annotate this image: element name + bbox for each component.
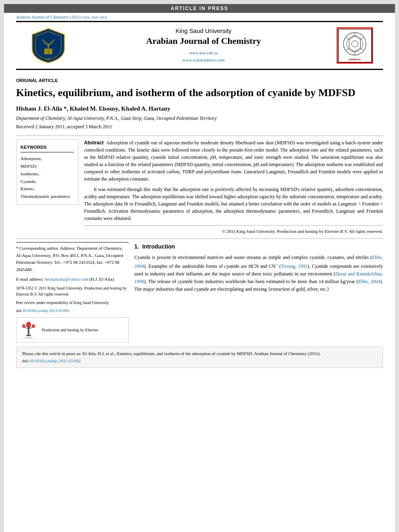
email-line: E-mail address: heshamaila@yahoo.com (H.… <box>16 276 129 283</box>
svg-rect-21 <box>26 335 31 336</box>
email-label: E-mail address: <box>16 277 44 281</box>
issn-line: 1878-5352 © 2011 King Saud University. P… <box>16 285 129 297</box>
intro-title: 1. Introduction <box>134 242 383 251</box>
ref-ebbs2004b[interactable]: Ebbs, 2004 <box>358 279 380 284</box>
cite-bar: Please cite this article in press as: El… <box>16 347 383 368</box>
article-title: Kinetics, equilibrium, and isotherm of t… <box>16 86 383 100</box>
svg-rect-18 <box>28 327 29 335</box>
authors-text: Hisham J. El-Aila *, Khaled M. Elsousy, … <box>16 105 170 112</box>
journal-urls: www.ksu.edu.sa www.sciencedirect.com <box>72 49 335 64</box>
footnote-divider <box>16 242 129 242</box>
doi-label: doi: <box>16 308 23 313</box>
svg-point-20 <box>32 324 35 328</box>
abstract-label: Abstract <box>84 140 104 146</box>
svg-text:CHEMICAL: CHEMICAL <box>348 58 361 61</box>
ref-desai1998[interactable]: Desai and Ramakrishna, 1998 <box>134 271 383 284</box>
right-column: 1. Introduction Cyanide is present in en… <box>134 242 383 343</box>
section-label: ORIGINAL ARTICLE <box>16 78 383 83</box>
journal-header: 1957 King Saud University Arabian Journa… <box>16 21 383 70</box>
email-link[interactable]: heshamaila@yahoo.com <box>45 277 88 281</box>
ref-ebbs2004[interactable]: Ebbs, 2004 <box>134 255 383 269</box>
header-center: King Saud University Arabian Journal of … <box>72 27 335 64</box>
elsevier-box: ELSEVIER Production and hosting by Elsev… <box>16 317 129 343</box>
url1[interactable]: www.ksu.edu.sa <box>72 49 335 57</box>
keywords-sidebar: KEYWORDS Adsorption; MDFSD; Isotherms; C… <box>16 139 78 205</box>
svg-text:ELSEVIER: ELSEVIER <box>25 337 33 339</box>
ksu-logo-left: 1957 <box>24 25 72 66</box>
svg-point-19 <box>22 324 25 328</box>
keyword-2: MDFSD; <box>21 162 74 170</box>
divider <box>16 136 383 136</box>
left-column: * Corresponding author. Address: Departm… <box>16 242 129 343</box>
keyword-1: Adsorption; <box>21 155 74 162</box>
keyword-3: Isotherms; <box>21 170 74 178</box>
email-suffix: (H.J. El-Aila). <box>89 277 115 281</box>
keyword-4: Cyanide; <box>21 178 74 185</box>
two-col-section: * Corresponding author. Address: Departm… <box>16 242 383 343</box>
keywords-title: KEYWORDS <box>21 144 74 153</box>
banner-text: ARTICLE IN PRESS <box>171 6 228 11</box>
elsevier-logo: ELSEVIER <box>20 321 38 339</box>
main-body: KEYWORDS Adsorption; MDFSD; Isotherms; C… <box>16 139 383 235</box>
journal-title: Arabian Journal of Chemistry <box>72 36 335 46</box>
abstract-paragraph2: It was estimated through this study that… <box>84 186 383 222</box>
citation-text: Arabian Journal of Chemistry (2011) xxx,… <box>16 14 107 19</box>
elsevier-text: Production and hosting by Elsevier <box>42 327 99 333</box>
authors: Hisham J. El-Aila *, Khaled M. Elsousy, … <box>16 105 383 112</box>
copyright-line: © 2011 King Saud University. Production … <box>84 225 383 235</box>
corresponding-author: * Corresponding author. Address: Departm… <box>16 245 129 273</box>
page: ARTICLE IN PRESS Arabian Journal of Chem… <box>4 4 395 532</box>
abstract-text1: Adsorption of cyanide out of aqueous med… <box>84 140 383 182</box>
ksu-shield: 1957 <box>28 27 68 65</box>
svg-text:1957: 1957 <box>46 58 50 60</box>
university-name: King Saud University <box>72 27 335 34</box>
corresponding-text: * Corresponding author. Address: Departm… <box>16 246 123 272</box>
abstract-paragraph1: Abstract Adsorption of cyanide out of aq… <box>84 139 383 183</box>
article-in-press-banner: ARTICLE IN PRESS <box>4 4 395 13</box>
doi-line: doi:10.1016/j.arabjc.2011.03.002 <box>16 308 129 314</box>
divider2 <box>16 238 383 239</box>
ref-tsoung1992[interactable]: Tsoung, 1992 <box>281 263 308 269</box>
cite-doi[interactable]: 10.1016/j.arabjc.2011.03.002 <box>29 358 81 363</box>
intro-number: 1. <box>134 243 139 250</box>
keyword-6: Thermodynamic parameters <box>21 193 74 200</box>
journal-citation: Arabian Journal of Chemistry (2011) xxx,… <box>4 13 395 21</box>
intro-paragraph: Cyanide is present in environmental matr… <box>134 254 383 294</box>
keyword-5: Kinetic; <box>21 185 74 193</box>
affiliation: Department of Chemistry, Al-Aqsa Univers… <box>16 115 383 121</box>
chemical-logo-right: CHEMICAL <box>335 25 375 66</box>
chemical-logo: CHEMICAL <box>337 27 373 64</box>
url2[interactable]: www.sciencedirect.com <box>72 57 335 64</box>
doi-link[interactable]: 10.1016/j.arabjc.2011.03.002 <box>23 308 70 313</box>
abstract-section: Abstract Adsorption of cyanide out of aq… <box>84 139 383 235</box>
main-content: ORIGINAL ARTICLE Kinetics, equilibrium, … <box>4 70 395 372</box>
peer-review-line: Peer review under responsibility of King… <box>16 300 129 306</box>
intro-title-text: Introduction <box>142 243 175 250</box>
received-line: Received 2 January 2011; accepted 3 Marc… <box>16 124 383 130</box>
